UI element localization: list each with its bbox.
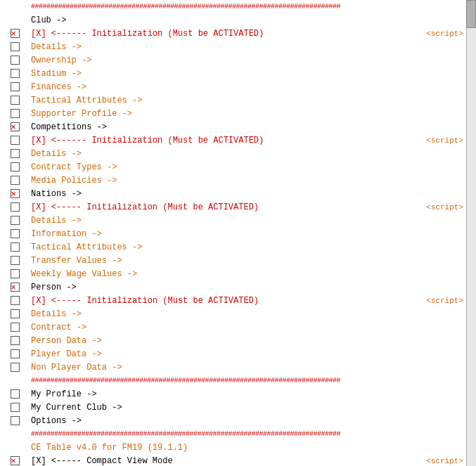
list-item[interactable]: Media Policies -> [0,174,466,187]
checkbox-col [0,136,30,145]
row-label: [X] <------ Initialization (Must be ACTI… [30,29,420,39]
list-item[interactable]: Contract Types -> [0,160,466,174]
row-label: Media Policies -> [30,176,420,186]
checkbox[interactable] [11,363,20,372]
list-item[interactable]: Details -> [0,40,466,53]
list-item[interactable]: ########################################… [0,374,466,387]
list-item[interactable]: Finances -> [0,80,466,93]
list-item[interactable]: Transfer Values -> [0,254,466,267]
row-label: Person Data -> [30,336,420,346]
checkbox[interactable] [11,69,20,78]
list-item[interactable]: Information -> [0,227,466,240]
checkbox-col [0,456,30,465]
list-item[interactable]: [X] <------ Initialization (Must be ACTI… [0,134,466,147]
row-label: Nations -> [30,189,420,199]
list-item[interactable]: [X] <------ Initialization (Must be ACTI… [0,27,466,40]
list-item[interactable]: Tactical Attributes -> [0,240,466,254]
checkbox-col [0,269,30,278]
list-item[interactable]: Person -> [0,280,466,294]
list-item[interactable]: Competitions -> [0,120,466,134]
checkbox[interactable] [11,403,20,412]
checkbox[interactable] [11,349,20,358]
checkbox[interactable] [11,229,20,238]
list-item[interactable]: ########################################… [0,0,466,13]
checkbox[interactable] [11,109,20,118]
checkbox[interactable] [11,416,20,425]
list-item[interactable]: Player Data -> [0,347,466,361]
checkbox[interactable] [11,189,20,198]
list-item[interactable]: CE Table v4.0 for FM19 (19.1.1) [0,441,466,454]
checkbox[interactable] [11,283,20,292]
list-item[interactable]: Person Data -> [0,334,466,347]
scrollbar-thumb[interactable] [466,0,476,28]
row-label: ########################################… [30,430,420,438]
row-label: Ownership -> [30,56,420,65]
checkbox-col [0,336,30,345]
list-item[interactable]: [X] <----- Initialization (Must be ACTIV… [0,294,466,307]
checkbox-col [0,189,30,198]
list-item[interactable]: Contract -> [0,321,466,334]
row-label: Weekly Wage Values -> [30,269,420,279]
list-item[interactable]: Options -> [0,414,466,427]
script-tag: <script> [420,30,466,38]
list-item[interactable]: Details -> [0,307,466,321]
row-label: Details -> [30,149,420,159]
checkbox[interactable] [11,323,20,332]
row-label: Supporter Profile -> [30,109,420,119]
row-label: Tactical Attributes -> [30,242,420,252]
script-tag: <script> [420,297,466,305]
checkbox[interactable] [11,136,20,145]
checkbox[interactable] [11,256,20,265]
row-label: Non Player Data -> [30,363,420,373]
row-label: Transfer Values -> [30,256,420,266]
row-label: Contract -> [30,323,420,332]
checkbox[interactable] [11,82,20,91]
checkbox[interactable] [11,122,20,131]
checkbox[interactable] [11,149,20,158]
checkbox-col [0,162,30,171]
row-label: Stadium -> [30,69,420,79]
checkbox[interactable] [11,42,20,51]
checkbox[interactable] [11,336,20,345]
checkbox-col [0,363,30,372]
row-label: Information -> [30,229,420,239]
list-item[interactable]: My Profile -> [0,387,466,401]
list-item[interactable]: Non Player Data -> [0,361,466,374]
list-item[interactable]: Supporter Profile -> [0,107,466,120]
list-item[interactable]: Nations -> [0,187,466,200]
checkbox[interactable] [11,242,20,252]
checkbox[interactable] [11,296,20,305]
checkbox-col [0,256,30,265]
scrollbar[interactable]: ▲ ▼ [466,0,476,466]
list-item[interactable]: Weekly Wage Values -> [0,267,466,280]
checkbox[interactable] [11,96,20,105]
list-item[interactable]: Tactical Attributes -> [0,93,466,107]
row-label: Person -> [30,283,420,292]
list-item[interactable]: Stadium -> [0,67,466,80]
checkbox-col [0,29,30,38]
checkbox[interactable] [11,29,20,38]
checkbox[interactable] [11,162,20,171]
list-item[interactable]: Details -> [0,214,466,227]
checkbox[interactable] [11,216,20,225]
checkbox[interactable] [11,56,20,65]
list-item[interactable]: ########################################… [0,427,466,441]
checkbox-col [0,176,30,185]
row-label: [X] <----- Initialization (Must be ACTIV… [30,296,420,306]
row-label: CE Table v4.0 for FM19 (19.1.1) [30,443,420,453]
row-label: [X] <----- Initialization (Must be ACTIV… [30,202,420,212]
list-item[interactable]: My Current Club -> [0,401,466,414]
list-item[interactable]: Ownership -> [0,53,466,67]
checkbox-col [0,216,30,225]
list-item[interactable]: Club -> [0,13,466,27]
list-item[interactable]: [X] <----- Compact View Mode<script> [0,454,466,466]
checkbox[interactable] [11,202,20,212]
list-item[interactable]: Details -> [0,147,466,160]
row-label: ########################################… [30,3,420,11]
checkbox[interactable] [11,269,20,278]
checkbox[interactable] [11,389,20,399]
list-item[interactable]: [X] <----- Initialization (Must be ACTIV… [0,200,466,214]
checkbox[interactable] [11,456,20,465]
checkbox[interactable] [11,176,20,185]
checkbox[interactable] [11,309,20,318]
